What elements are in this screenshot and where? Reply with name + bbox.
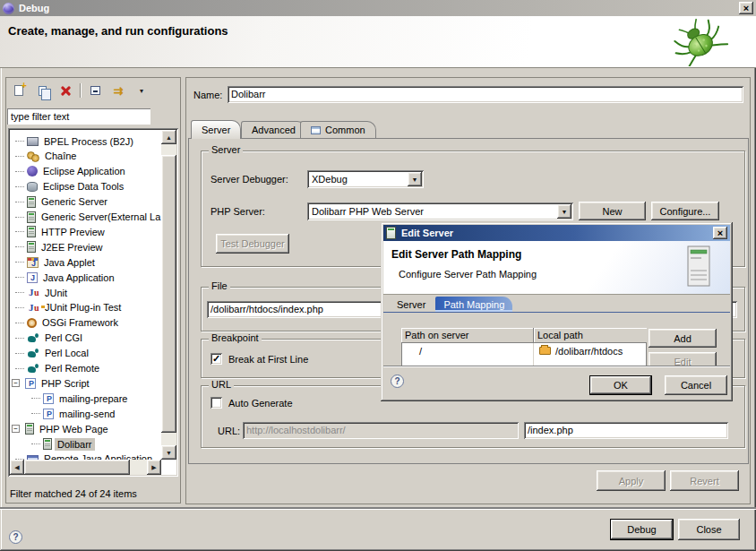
tree-item-mailing-prepare[interactable]: mailing-prepare: [10, 391, 161, 406]
expand-toggle-icon[interactable]: −: [12, 425, 20, 433]
close-button[interactable]: Close: [678, 519, 740, 540]
edit-server-titlebar[interactable]: Edit Server ×: [383, 225, 730, 241]
cancel-button[interactable]: Cancel: [665, 375, 727, 395]
scroll-up-icon[interactable]: ▲: [161, 130, 176, 144]
tree-connector: [15, 338, 24, 339]
duplicate-configuration-button[interactable]: [33, 82, 51, 99]
tree-item-http-preview[interactable]: HTTP Preview: [10, 224, 161, 239]
configure-server-button[interactable]: Configure...: [651, 202, 719, 220]
folder-icon: [539, 347, 551, 355]
debug-button[interactable]: Debug: [610, 519, 674, 540]
tree-item-label: Generic Server(External La: [39, 211, 161, 223]
dropdown-arrow-icon[interactable]: ▼: [557, 204, 571, 219]
edit-server-subheading: Configure Server Path Mapping: [399, 269, 537, 280]
break-first-line-checkbox[interactable]: ✓: [210, 353, 222, 365]
tree-connector: [15, 217, 24, 218]
window-titlebar[interactable]: Debug ×: [0, 0, 756, 16]
dialog-tab-server[interactable]: Server: [389, 297, 434, 312]
filter-input[interactable]: [7, 108, 150, 125]
tree-connector: [15, 156, 24, 157]
local-path-cell-wrap: /dolibarr/htdocs: [534, 343, 647, 358]
tree-connector: [15, 231, 24, 232]
tree-item-php-script[interactable]: −PHP Script: [10, 375, 161, 391]
tab-common[interactable]: Common: [300, 121, 376, 138]
tree-item-label: Eclipse Data Tools: [40, 180, 126, 193]
tree-item-mailing-send[interactable]: mailing-send: [10, 406, 161, 421]
tree-item-generic-server[interactable]: Generic Server: [10, 194, 161, 210]
path-mapping-row[interactable]: //dolibarr/htdocs: [401, 343, 647, 358]
configurations-tree[interactable]: BPEL Process (B2J)ChaîneEclipse Applicat…: [8, 128, 178, 477]
tree-connector: [15, 246, 24, 247]
tree-item-dolibarr[interactable]: Dolibarr: [10, 436, 161, 452]
revert-button[interactable]: Revert: [670, 470, 739, 491]
dialog-tab-path-mapping[interactable]: Path Mapping: [435, 297, 512, 312]
column-header-path-on-server[interactable]: Path on server: [401, 328, 534, 343]
vertical-scroll-thumb[interactable]: [161, 155, 176, 433]
edit-mapping-button[interactable]: Edit: [649, 352, 717, 366]
scroll-right-icon[interactable]: ▶: [147, 460, 161, 475]
add-mapping-button[interactable]: Add: [649, 329, 717, 348]
common-tab-icon: [311, 126, 321, 134]
tree-item-remote-java-application[interactable]: Remote Java Application: [10, 452, 161, 460]
filter-launch-configurations-icon: ⇉: [114, 85, 124, 97]
window-close-button[interactable]: ×: [739, 2, 753, 14]
tree-item-label: OSGi Framework: [39, 316, 121, 329]
filter-launch-configurations-button[interactable]: ⇉: [109, 82, 127, 99]
help-icon[interactable]: ?: [9, 530, 22, 544]
apply-button[interactable]: Apply: [597, 470, 666, 491]
horizontal-scroll-thumb[interactable]: [24, 460, 130, 475]
tree-item-bpel-process-b2j[interactable]: BPEL Process (B2J): [10, 133, 161, 149]
tab-server[interactable]: Server: [191, 120, 241, 139]
delete-configuration-button[interactable]: [56, 82, 74, 99]
server-debugger-label: Server Debugger:: [210, 174, 288, 185]
tree-connector: [15, 262, 24, 263]
tree-item-eclipse-data-tools[interactable]: Eclipse Data Tools: [10, 179, 161, 194]
tree-item-j2ee-preview[interactable]: J2EE Preview: [10, 239, 161, 254]
php-server-select[interactable]: Dolibarr PHP Web Server ▼: [307, 202, 573, 220]
empty-table-row: [401, 358, 647, 366]
tree-item-junit-plug-in-test[interactable]: JUnit Plug-in Test: [10, 300, 161, 315]
edit-server-dialog: Edit Server × Edit Server Path Mapping C…: [381, 222, 733, 401]
url-path-input[interactable]: /index.php: [524, 422, 728, 439]
url-base-input[interactable]: http://localhostdolibarr/: [243, 422, 519, 439]
server-debugger-select[interactable]: XDebug ▼: [307, 170, 424, 188]
tree-item-perl-local[interactable]: Perl Local: [10, 346, 161, 361]
expand-toggle-icon[interactable]: −: [12, 379, 20, 387]
name-input[interactable]: Dolibarr: [228, 86, 743, 103]
dropdown-arrow-icon[interactable]: ▼: [408, 172, 422, 186]
tree-item-cha-ne[interactable]: Chaîne: [10, 149, 161, 164]
dialog-help-icon[interactable]: ?: [391, 375, 404, 388]
test-debugger-button[interactable]: Test Debugger: [216, 234, 289, 254]
edit-server-title: Edit Server: [401, 228, 453, 238]
edit-server-close-button[interactable]: ×: [713, 227, 727, 239]
tree-item-perl-cgi[interactable]: Perl CGI: [10, 331, 161, 346]
auto-generate-checkbox[interactable]: [210, 397, 222, 409]
collapse-all-button[interactable]: [86, 82, 104, 99]
new-launch-configuration-button[interactable]: [10, 82, 28, 99]
tree-item-eclipse-application[interactable]: Eclipse Application: [10, 164, 161, 179]
filter-menu-button[interactable]: ▾: [133, 82, 150, 99]
tree-item-osgi-framework[interactable]: OSGi Framework: [10, 315, 161, 331]
tab-advanced[interactable]: Advanced: [241, 121, 306, 138]
perl-icon: [27, 363, 39, 375]
scroll-left-icon[interactable]: ◀: [10, 460, 24, 475]
break-first-line-label: Break at First Line: [228, 354, 308, 365]
tree-item-php-web-page[interactable]: −PHP Web Page: [10, 421, 161, 436]
tree-item-java-application[interactable]: Java Application: [10, 270, 161, 285]
tree-item-java-applet[interactable]: Java Applet: [10, 254, 161, 270]
path-mapping-table[interactable]: Path on server Local path //dolibarr/htd…: [401, 328, 647, 366]
tree-item-junit[interactable]: JUnit: [10, 285, 161, 300]
column-header-local-path[interactable]: Local path: [534, 328, 647, 343]
tree-horizontal-scrollbar[interactable]: ◀ ▶: [10, 460, 161, 475]
tree-connector: [15, 186, 24, 187]
tree-item-perl-remote[interactable]: Perl Remote: [10, 361, 161, 376]
scroll-down-icon[interactable]: ▼: [161, 445, 176, 460]
url-label: URL:: [218, 426, 240, 436]
new-server-button[interactable]: New: [579, 202, 646, 220]
tree-item-generic-server-external-la[interactable]: Generic Server(External La: [10, 210, 161, 225]
tree-vertical-scrollbar[interactable]: ▲ ▼: [161, 130, 176, 460]
tree-connector: [31, 443, 40, 444]
tab-advanced-label: Advanced: [252, 125, 296, 135]
server-icon: [27, 196, 36, 208]
ok-button[interactable]: OK: [589, 375, 652, 395]
